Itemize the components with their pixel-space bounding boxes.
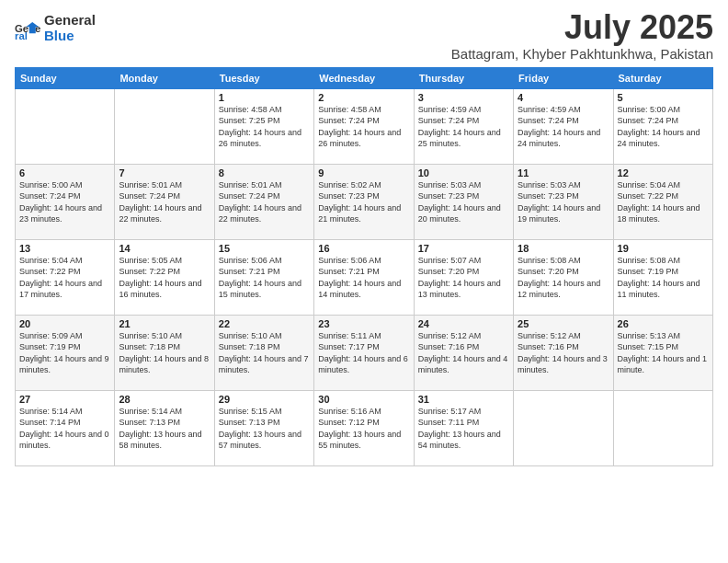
day-info: Sunrise: 5:12 AMSunset: 7:16 PMDaylight:… bbox=[418, 330, 509, 376]
month-title: July 2025 bbox=[451, 9, 713, 46]
day-info: Sunrise: 5:05 AMSunset: 7:22 PMDaylight:… bbox=[119, 255, 210, 301]
day-number: 5 bbox=[618, 92, 709, 103]
table-row: 1Sunrise: 4:58 AMSunset: 7:25 PMDaylight… bbox=[214, 88, 313, 164]
day-info: Sunrise: 4:59 AMSunset: 7:24 PMDaylight:… bbox=[518, 104, 609, 150]
day-number: 19 bbox=[618, 243, 709, 254]
table-row: 7Sunrise: 5:01 AMSunset: 7:24 PMDaylight… bbox=[115, 164, 214, 239]
day-number: 24 bbox=[418, 318, 509, 329]
day-info: Sunrise: 5:10 AMSunset: 7:18 PMDaylight:… bbox=[119, 330, 210, 376]
table-row: 11Sunrise: 5:03 AMSunset: 7:23 PMDayligh… bbox=[514, 164, 613, 239]
table-row: 15Sunrise: 5:06 AMSunset: 7:21 PMDayligh… bbox=[214, 239, 313, 315]
day-number: 22 bbox=[219, 318, 310, 329]
day-info: Sunrise: 5:17 AMSunset: 7:11 PMDaylight:… bbox=[418, 406, 509, 452]
table-row: 29Sunrise: 5:15 AMSunset: 7:13 PMDayligh… bbox=[214, 390, 313, 465]
table-row: 14Sunrise: 5:05 AMSunset: 7:22 PMDayligh… bbox=[115, 239, 214, 315]
table-row: 30Sunrise: 5:16 AMSunset: 7:12 PMDayligh… bbox=[314, 390, 414, 465]
calendar-week-row: 1Sunrise: 4:58 AMSunset: 7:25 PMDaylight… bbox=[16, 88, 713, 164]
day-info: Sunrise: 5:12 AMSunset: 7:16 PMDaylight:… bbox=[518, 330, 609, 376]
day-info: Sunrise: 5:07 AMSunset: 7:20 PMDaylight:… bbox=[418, 255, 509, 301]
day-number: 28 bbox=[119, 394, 210, 405]
table-row: 25Sunrise: 5:12 AMSunset: 7:16 PMDayligh… bbox=[514, 315, 613, 390]
table-row: 22Sunrise: 5:10 AMSunset: 7:18 PMDayligh… bbox=[214, 315, 313, 390]
calendar-week-row: 6Sunrise: 5:00 AMSunset: 7:24 PMDaylight… bbox=[16, 164, 713, 239]
day-info: Sunrise: 5:13 AMSunset: 7:15 PMDaylight:… bbox=[618, 330, 709, 376]
day-info: Sunrise: 4:58 AMSunset: 7:24 PMDaylight:… bbox=[318, 104, 409, 150]
day-info: Sunrise: 5:03 AMSunset: 7:23 PMDaylight:… bbox=[518, 179, 609, 225]
day-number: 15 bbox=[219, 243, 310, 254]
day-number: 3 bbox=[418, 92, 509, 103]
day-number: 29 bbox=[219, 394, 310, 405]
day-number: 13 bbox=[19, 243, 110, 254]
day-info: Sunrise: 5:00 AMSunset: 7:24 PMDaylight:… bbox=[19, 179, 110, 225]
day-number: 23 bbox=[318, 318, 409, 329]
table-row: 17Sunrise: 5:07 AMSunset: 7:20 PMDayligh… bbox=[414, 239, 513, 315]
day-number: 8 bbox=[219, 167, 310, 178]
day-info: Sunrise: 5:04 AMSunset: 7:22 PMDaylight:… bbox=[19, 255, 110, 301]
day-info: Sunrise: 5:08 AMSunset: 7:19 PMDaylight:… bbox=[618, 255, 709, 301]
table-row: 8Sunrise: 5:01 AMSunset: 7:24 PMDaylight… bbox=[214, 164, 313, 239]
table-row: 2Sunrise: 4:58 AMSunset: 7:24 PMDaylight… bbox=[314, 88, 414, 164]
table-row: 26Sunrise: 5:13 AMSunset: 7:15 PMDayligh… bbox=[613, 315, 712, 390]
table-row: 5Sunrise: 5:00 AMSunset: 7:24 PMDaylight… bbox=[613, 88, 712, 164]
header-wednesday: Wednesday bbox=[314, 67, 414, 88]
logo-general-text: General bbox=[44, 13, 96, 29]
title-block: July 2025 Battagram, Khyber Pakhtunkhwa,… bbox=[451, 9, 713, 62]
day-number: 21 bbox=[119, 318, 210, 329]
day-number: 4 bbox=[518, 92, 609, 103]
day-info: Sunrise: 5:16 AMSunset: 7:12 PMDaylight:… bbox=[318, 406, 409, 452]
day-number: 11 bbox=[518, 167, 609, 178]
day-number: 27 bbox=[19, 394, 110, 405]
day-number: 1 bbox=[219, 92, 310, 103]
svg-text:ral: ral bbox=[15, 30, 28, 41]
day-info: Sunrise: 5:04 AMSunset: 7:22 PMDaylight:… bbox=[618, 179, 709, 225]
day-info: Sunrise: 5:01 AMSunset: 7:24 PMDaylight:… bbox=[119, 179, 210, 225]
day-info: Sunrise: 5:10 AMSunset: 7:18 PMDaylight:… bbox=[219, 330, 310, 376]
day-number: 12 bbox=[618, 167, 709, 178]
table-row: 6Sunrise: 5:00 AMSunset: 7:24 PMDaylight… bbox=[16, 164, 115, 239]
table-row: 4Sunrise: 4:59 AMSunset: 7:24 PMDaylight… bbox=[514, 88, 613, 164]
day-number: 25 bbox=[518, 318, 609, 329]
table-row: 24Sunrise: 5:12 AMSunset: 7:16 PMDayligh… bbox=[414, 315, 513, 390]
table-row bbox=[115, 88, 214, 164]
day-info: Sunrise: 4:59 AMSunset: 7:24 PMDaylight:… bbox=[418, 104, 509, 150]
header-tuesday: Tuesday bbox=[214, 67, 313, 88]
day-info: Sunrise: 5:08 AMSunset: 7:20 PMDaylight:… bbox=[518, 255, 609, 301]
table-row: 10Sunrise: 5:03 AMSunset: 7:23 PMDayligh… bbox=[414, 164, 513, 239]
calendar-week-row: 20Sunrise: 5:09 AMSunset: 7:19 PMDayligh… bbox=[16, 315, 713, 390]
calendar-header-row: Sunday Monday Tuesday Wednesday Thursday… bbox=[16, 67, 713, 88]
day-number: 10 bbox=[418, 167, 509, 178]
day-info: Sunrise: 5:01 AMSunset: 7:24 PMDaylight:… bbox=[219, 179, 310, 225]
day-number: 2 bbox=[318, 92, 409, 103]
day-number: 9 bbox=[318, 167, 409, 178]
table-row: 21Sunrise: 5:10 AMSunset: 7:18 PMDayligh… bbox=[115, 315, 214, 390]
table-row: 31Sunrise: 5:17 AMSunset: 7:11 PMDayligh… bbox=[414, 390, 513, 465]
header-thursday: Thursday bbox=[414, 67, 513, 88]
logo-blue-text: Blue bbox=[44, 29, 96, 44]
day-info: Sunrise: 5:11 AMSunset: 7:17 PMDaylight:… bbox=[318, 330, 409, 376]
table-row: 9Sunrise: 5:02 AMSunset: 7:23 PMDaylight… bbox=[314, 164, 414, 239]
logo-icon: Gene ral bbox=[15, 16, 40, 41]
day-number: 6 bbox=[19, 167, 110, 178]
table-row: 20Sunrise: 5:09 AMSunset: 7:19 PMDayligh… bbox=[16, 315, 115, 390]
day-number: 30 bbox=[318, 394, 409, 405]
table-row: 19Sunrise: 5:08 AMSunset: 7:19 PMDayligh… bbox=[613, 239, 712, 315]
page-header: Gene ral General Blue July 2025 Battagra… bbox=[15, 9, 713, 62]
day-info: Sunrise: 5:14 AMSunset: 7:13 PMDaylight:… bbox=[119, 406, 210, 452]
table-row: 27Sunrise: 5:14 AMSunset: 7:14 PMDayligh… bbox=[16, 390, 115, 465]
day-info: Sunrise: 4:58 AMSunset: 7:25 PMDaylight:… bbox=[219, 104, 310, 150]
day-info: Sunrise: 5:00 AMSunset: 7:24 PMDaylight:… bbox=[618, 104, 709, 150]
location-subtitle: Battagram, Khyber Pakhtunkhwa, Pakistan bbox=[451, 46, 713, 62]
table-row: 3Sunrise: 4:59 AMSunset: 7:24 PMDaylight… bbox=[414, 88, 513, 164]
table-row bbox=[613, 390, 712, 465]
calendar-table: Sunday Monday Tuesday Wednesday Thursday… bbox=[15, 67, 713, 466]
table-row bbox=[16, 88, 115, 164]
day-info: Sunrise: 5:09 AMSunset: 7:19 PMDaylight:… bbox=[19, 330, 110, 376]
header-friday: Friday bbox=[514, 67, 613, 88]
day-info: Sunrise: 5:06 AMSunset: 7:21 PMDaylight:… bbox=[219, 255, 310, 301]
calendar-week-row: 27Sunrise: 5:14 AMSunset: 7:14 PMDayligh… bbox=[16, 390, 713, 465]
header-sunday: Sunday bbox=[16, 67, 115, 88]
day-info: Sunrise: 5:06 AMSunset: 7:21 PMDaylight:… bbox=[318, 255, 409, 301]
table-row: 28Sunrise: 5:14 AMSunset: 7:13 PMDayligh… bbox=[115, 390, 214, 465]
logo: Gene ral General Blue bbox=[15, 13, 96, 43]
day-info: Sunrise: 5:02 AMSunset: 7:23 PMDaylight:… bbox=[318, 179, 409, 225]
